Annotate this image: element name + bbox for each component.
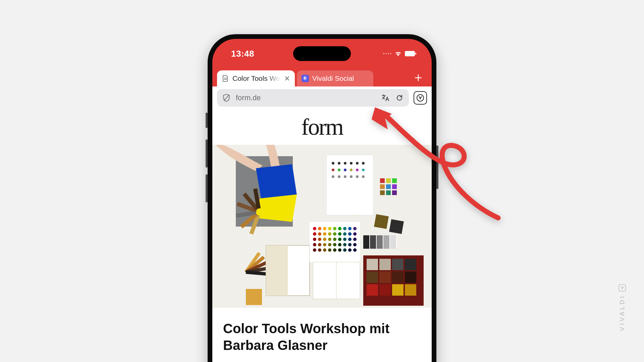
svg-point-86 [338,175,340,178]
svg-point-39 [313,238,316,241]
svg-point-83 [356,169,359,171]
svg-point-25 [333,227,336,230]
svg-point-51 [328,243,331,246]
translate-icon[interactable] [381,93,390,103]
svg-point-60 [328,248,331,252]
svg-point-35 [338,232,341,236]
svg-point-59 [323,248,326,252]
tracker-shield-icon[interactable] [222,93,231,103]
hero-image [212,145,432,308]
svg-point-55 [348,243,352,246]
svg-point-40 [318,238,321,241]
svg-rect-113 [367,272,378,283]
svg-point-58 [318,248,321,252]
svg-rect-115 [392,272,404,283]
svg-rect-119 [392,284,404,296]
wifi-icon [394,50,402,58]
tab-inactive[interactable]: Vivaldi Social [297,70,373,86]
svg-point-37 [348,232,352,236]
svg-point-65 [353,248,357,252]
address-row: form.de [212,86,432,109]
svg-point-46 [348,238,352,241]
close-tab-button[interactable] [284,75,290,81]
svg-point-42 [328,238,331,241]
tab-strip: Color Tools Workshop mit Barbara Glasner… [212,68,432,86]
battery-icon [405,51,416,56]
svg-point-63 [343,248,346,252]
site-logo[interactable]: form [301,114,343,140]
svg-rect-94 [380,184,385,189]
svg-point-32 [323,232,326,236]
svg-point-88 [350,175,353,178]
svg-rect-101 [363,235,369,249]
svg-point-54 [343,243,346,246]
svg-point-43 [333,238,336,241]
svg-rect-103 [377,235,383,249]
svg-point-79 [332,169,334,171]
svg-point-82 [350,169,353,171]
vivaldi-logo-icon [619,284,626,292]
svg-point-89 [356,175,359,178]
svg-point-56 [353,243,357,246]
phone-screen: 13:48 Color Tools Worksho [212,39,432,362]
reload-icon[interactable] [395,93,404,103]
svg-rect-109 [367,259,378,270]
svg-point-64 [348,248,352,252]
svg-rect-114 [379,272,391,283]
brand-name: VIVALDI [619,294,626,331]
svg-point-53 [338,243,341,246]
svg-rect-1 [415,53,416,55]
svg-point-57 [313,248,316,252]
svg-point-80 [338,169,340,171]
svg-point-49 [318,243,321,246]
svg-point-47 [353,238,357,241]
svg-point-30 [313,232,316,236]
svg-point-50 [323,243,326,246]
tab-title: Color Tools Workshop mit Barbara Glasner [232,74,281,82]
svg-marker-5 [256,164,297,200]
svg-point-75 [344,162,346,165]
svg-rect-120 [405,284,416,296]
new-tab-button[interactable] [412,72,424,84]
page-icon [222,75,229,82]
svg-point-74 [338,162,340,165]
svg-rect-102 [370,235,376,249]
svg-rect-107 [389,219,404,234]
svg-rect-92 [386,178,391,183]
web-page[interactable]: form [212,109,432,362]
address-bar[interactable]: form.de [217,89,409,107]
svg-point-77 [356,162,359,165]
svg-rect-91 [380,178,385,183]
svg-point-73 [332,162,334,165]
tab-active[interactable]: Color Tools Workshop mit Barbara Glasner [217,70,295,86]
svg-rect-116 [405,272,416,283]
svg-rect-97 [380,190,385,195]
phone-side-button [206,174,208,202]
svg-point-33 [328,232,331,236]
svg-rect-122 [619,285,626,291]
svg-point-90 [362,175,365,178]
phone-side-button [206,113,208,128]
svg-point-26 [338,227,341,230]
svg-rect-99 [392,190,397,195]
svg-point-34 [333,232,336,236]
vivaldi-menu-button[interactable] [414,91,427,105]
svg-point-62 [338,248,341,252]
phone-side-button [436,145,438,189]
svg-point-38 [353,232,357,236]
svg-rect-118 [379,284,391,296]
svg-point-41 [323,238,326,241]
svg-point-48 [313,243,316,246]
svg-point-44 [338,238,341,241]
svg-rect-96 [392,184,397,189]
site-header: form [212,109,432,145]
svg-point-28 [348,227,352,230]
svg-rect-105 [390,235,396,249]
svg-rect-104 [383,235,389,249]
tab-title: Vivaldi Social [312,74,369,82]
svg-point-61 [333,248,336,252]
svg-rect-0 [405,51,415,56]
svg-rect-93 [392,178,397,183]
svg-rect-106 [374,214,389,229]
svg-point-81 [344,169,346,171]
